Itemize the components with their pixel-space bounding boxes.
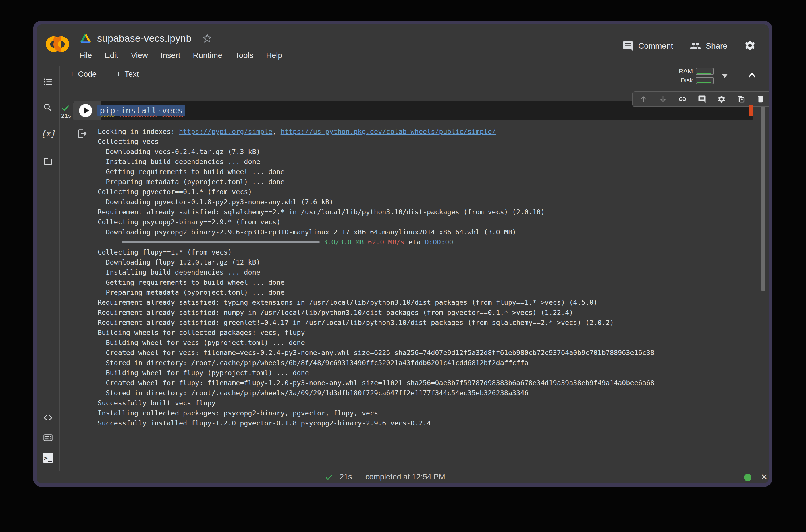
run-cell-button[interactable]: [79, 104, 92, 117]
menu-view[interactable]: View: [131, 51, 148, 60]
output-text: 0:00:00: [425, 238, 453, 246]
collapse-header-button[interactable]: [747, 71, 757, 81]
output-text: [98, 238, 122, 246]
notebook-title[interactable]: supabase-vecs.ipynb: [97, 33, 192, 44]
output-text: 3.0/3.0 MB: [323, 238, 364, 246]
move-cell-up-icon[interactable]: [639, 95, 648, 104]
disk-usage-meter: [696, 77, 713, 84]
whitespace-dot: ·: [115, 106, 120, 115]
move-cell-down-icon[interactable]: [658, 95, 668, 104]
ram-usage-meter: [696, 68, 713, 75]
output-line: Downloading vecs-0.2.4.tar.gz (7.3 kB): [98, 147, 762, 157]
output-line: Preparing metadata (pyproject.toml) ... …: [98, 177, 762, 187]
menu-help[interactable]: Help: [266, 51, 282, 60]
menu-insert[interactable]: Insert: [160, 51, 180, 60]
files-icon[interactable]: [42, 156, 53, 167]
output-lines: Looking in indexes: https://pypi.org/sim…: [98, 127, 762, 440]
disk-label: Disk: [676, 77, 693, 84]
menu-runtime[interactable]: Runtime: [193, 51, 222, 60]
output-line: Preparing metadata (pyproject.toml) ... …: [98, 287, 762, 298]
output-text: Installing build dependencies ... done: [98, 268, 260, 276]
output-text: Looking in indexes:: [98, 128, 179, 136]
colab-window: supabase-vecs.ipynb File Edit View Inser…: [33, 21, 772, 487]
output-text: [364, 238, 368, 246]
output-text: eta: [404, 238, 425, 246]
notebook-scrollbar[interactable]: [761, 97, 766, 291]
menubar: File Edit View Insert Runtime Tools Help: [79, 51, 282, 60]
variables-icon[interactable]: {x}: [42, 128, 53, 139]
copy-link-icon[interactable]: [678, 95, 687, 104]
star-icon[interactable]: [202, 33, 213, 44]
close-status-icon[interactable]: ✕: [761, 472, 768, 482]
output-text: Requirement already satisfied: greenlet!…: [98, 319, 614, 327]
output-line: Requirement already satisfied: numpy in …: [98, 308, 762, 318]
output-text: 62.0 MB/s: [368, 238, 404, 246]
cell-success-check-icon[interactable]: [61, 103, 70, 112]
output-link[interactable]: https://us-python.pkg.dev/colab-wheels/p…: [281, 128, 496, 136]
output-line: Requirement already satisfied: greenlet!…: [98, 318, 762, 328]
plus-icon: +: [70, 69, 75, 79]
output-text: Stored in directory: /root/.cache/pip/wh…: [98, 389, 529, 397]
resource-monitor[interactable]: RAM Disk: [676, 68, 713, 84]
cell-exec-time: 21s: [58, 112, 74, 119]
output-line: 3.0/3.0 MB 62.0 MB/s eta 0:00:00: [98, 237, 762, 247]
code-token: pip: [100, 106, 115, 115]
output-text: Requirement already satisfied: typing-ex…: [98, 299, 597, 306]
output-line: Building wheel for vecs (pyproject.toml)…: [98, 338, 762, 348]
comment-button[interactable]: Comment: [622, 40, 673, 52]
code-editor-line[interactable]: pip·install·vecs: [97, 104, 185, 116]
command-palette-icon[interactable]: [42, 432, 53, 443]
output-text: Collecting vecs: [98, 138, 158, 146]
output-text: Downloading pgvector-0.1.8-py2.py3-none-…: [98, 198, 333, 206]
output-text: Installing collected packages: psycopg2-…: [98, 409, 378, 417]
add-comment-icon[interactable]: [697, 95, 707, 104]
output-line: Collecting pgvector==0.1.* (from vecs): [98, 187, 762, 197]
menu-tools[interactable]: Tools: [235, 51, 253, 60]
cell-settings-gear-icon[interactable]: [717, 95, 726, 104]
output-text: Successfully installed flupy-1.2.0 pgvec…: [98, 419, 431, 427]
status-message: completed at 12:54 PM: [365, 473, 445, 481]
output-line: Created wheel for flupy: filename=flupy-…: [98, 378, 762, 388]
share-button[interactable]: Share: [690, 40, 727, 52]
terminal-icon[interactable]: >_: [42, 452, 53, 463]
output-text: Collecting psycopg2-binary==2.9.* (from …: [98, 218, 281, 226]
status-exec-time: 21s: [340, 473, 352, 481]
comment-icon: [622, 40, 634, 52]
status-check-icon: [325, 473, 333, 481]
output-line: Getting requirements to build wheel ... …: [98, 278, 762, 287]
status-bar: 21s completed at 12:54 PM ✕: [37, 471, 769, 483]
output-text: Downloading vecs-0.2.4.tar.gz (7.3 kB): [98, 148, 260, 156]
delete-cell-icon[interactable]: [756, 95, 765, 104]
ram-label: RAM: [676, 68, 693, 75]
output-text: Installing build dependencies ... done: [98, 158, 260, 166]
code-snippets-icon[interactable]: [42, 412, 53, 423]
menu-file[interactable]: File: [79, 51, 92, 60]
menu-edit[interactable]: Edit: [104, 51, 118, 60]
resources-dropdown-icon[interactable]: [722, 74, 728, 78]
search-icon[interactable]: [42, 102, 53, 113]
output-line: Collecting psycopg2-binary==2.9.* (from …: [98, 217, 762, 227]
add-code-button[interactable]: + Code: [70, 69, 97, 79]
output-link[interactable]: https://pypi.org/simple: [179, 128, 272, 136]
screen: supabase-vecs.ipynb File Edit View Inser…: [0, 0, 806, 532]
connected-check-icon: [669, 76, 670, 76]
output-text: Building wheel for flupy (pyproject.toml…: [98, 369, 309, 377]
cell-output-icon[interactable]: [76, 128, 88, 139]
mirror-cell-icon[interactable]: [736, 95, 746, 104]
settings-button[interactable]: [744, 39, 756, 53]
output-text: Created wheel for flupy: filename=flupy-…: [98, 379, 654, 387]
colab-logo-icon: [45, 33, 70, 55]
output-text: Building wheel for vecs (pyproject.toml)…: [98, 339, 305, 347]
left-sidebar: {x}: [37, 66, 60, 471]
cell-toolbar: ⋮: [632, 91, 772, 107]
table-of-contents-icon[interactable]: [42, 76, 53, 87]
output-line: Looking in indexes: https://pypi.org/sim…: [98, 127, 762, 137]
comment-label: Comment: [638, 41, 673, 51]
output-text: Preparing metadata (pyproject.toml) ... …: [98, 288, 285, 297]
output-line: Downloading psycopg2_binary-2.9.6-cp310-…: [98, 227, 762, 237]
add-text-button[interactable]: + Text: [116, 69, 139, 79]
output-text: ,: [272, 128, 280, 136]
output-line: Successfully built vecs flupy: [98, 398, 762, 408]
people-icon: [690, 40, 701, 52]
toolbar-divider: [60, 86, 769, 86]
